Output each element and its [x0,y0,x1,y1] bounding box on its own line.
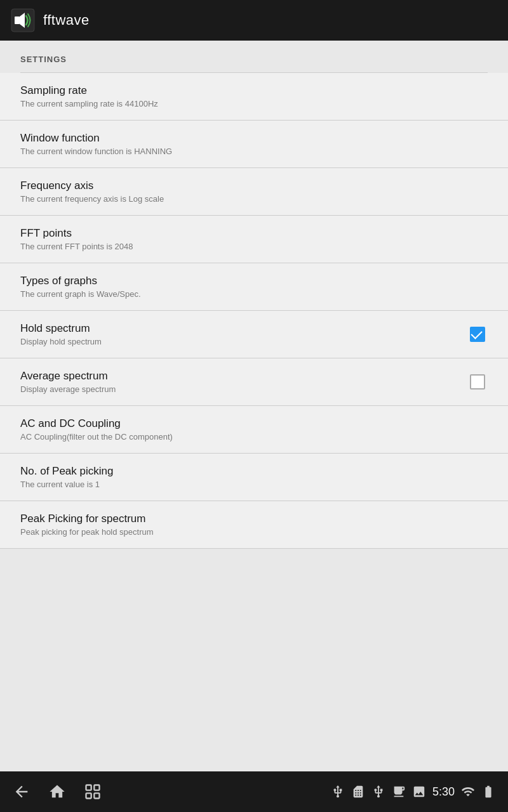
settings-item-subtitle-ac-dc-coupling: AC Coupling(filter out the DC component) [20,432,488,442]
settings-item-fft-points[interactable]: FFT pointsThe current FFT points is 2048 [0,216,508,263]
settings-item-subtitle-sampling-rate: The current sampling rate is 44100Hz [20,99,488,108]
news-icon [392,785,406,799]
app-bar: fftwave [0,0,508,41]
settings-item-subtitle-fft-points: The current FFT points is 2048 [20,242,488,251]
svg-rect-3 [86,785,91,790]
settings-item-text-ac-dc-coupling: AC and DC CouplingAC Coupling(filter out… [20,417,488,442]
settings-item-text-window-function: Window functionThe current window functi… [20,132,488,156]
settings-item-title-hold-spectrum: Hold spectrum [20,322,467,335]
settings-list: Sampling rateThe current sampling rate i… [0,73,508,549]
usb-icon [331,785,345,799]
settings-item-title-ac-dc-coupling: AC and DC Coupling [20,417,488,430]
settings-item-peak-picking-spectrum[interactable]: Peak Picking for spectrumPeak picking fo… [0,501,508,549]
settings-item-subtitle-window-function: The current window function is HANNING [20,147,488,156]
settings-item-text-fft-points: FFT pointsThe current FFT points is 2048 [20,227,488,251]
settings-item-subtitle-average-spectrum: Display average spectrum [20,384,467,394]
nav-left-buttons [13,783,102,801]
settings-item-average-spectrum[interactable]: Average spectrumDisplay average spectrum [0,358,508,406]
usb2-icon [371,785,385,799]
settings-item-subtitle-types-of-graphs: The current graph is Wave/Spec. [20,289,488,299]
settings-item-sampling-rate[interactable]: Sampling rateThe current sampling rate i… [0,73,508,121]
settings-item-text-hold-spectrum: Hold spectrumDisplay hold spectrum [20,322,467,346]
app-title: fftwave [43,12,90,29]
settings-item-ac-dc-coupling[interactable]: AC and DC CouplingAC Coupling(filter out… [0,406,508,454]
battery-icon [481,785,495,799]
settings-item-subtitle-hold-spectrum: Display hold spectrum [20,337,467,346]
checkbox-average-spectrum[interactable] [470,374,485,390]
photo-icon [412,785,426,799]
settings-item-title-frequency-axis: Frequency axis [20,180,488,192]
settings-item-title-sampling-rate: Sampling rate [20,84,488,97]
svg-rect-5 [86,793,91,798]
sim-icon [351,785,365,799]
settings-item-subtitle-frequency-axis: The current frequency axis is Log scale [20,194,488,204]
main-content: SETTINGS Sampling rateThe current sampli… [0,41,508,771]
settings-item-text-peak-picking-no: No. of Peak pickingThe current value is … [20,465,488,489]
nav-bar: 5:30 [0,771,508,812]
settings-item-title-types-of-graphs: Types of graphs [20,275,488,287]
settings-item-subtitle-peak-picking-spectrum: Peak picking for peak hold spectrum [20,527,488,537]
settings-item-text-sampling-rate: Sampling rateThe current sampling rate i… [20,84,488,108]
home-button[interactable] [48,783,66,801]
checkbox-container-average-spectrum[interactable] [467,372,488,392]
settings-item-text-average-spectrum: Average spectrumDisplay average spectrum [20,370,467,394]
settings-item-title-peak-picking-no: No. of Peak picking [20,465,488,478]
settings-item-types-of-graphs[interactable]: Types of graphsThe current graph is Wave… [0,263,508,311]
settings-item-peak-picking-no[interactable]: No. of Peak pickingThe current value is … [0,454,508,501]
checkbox-container-hold-spectrum[interactable] [467,324,488,344]
settings-item-title-window-function: Window function [20,132,488,145]
settings-item-subtitle-peak-picking-no: The current value is 1 [20,480,488,489]
app-icon [10,8,36,33]
settings-item-text-frequency-axis: Frequency axisThe current frequency axis… [20,180,488,204]
settings-item-title-peak-picking-spectrum: Peak Picking for spectrum [20,513,488,525]
settings-item-frequency-axis[interactable]: Frequency axisThe current frequency axis… [0,168,508,216]
settings-item-text-peak-picking-spectrum: Peak Picking for spectrumPeak picking fo… [20,513,488,537]
svg-rect-4 [94,785,99,790]
wifi-icon [461,785,475,799]
time-display: 5:30 [432,785,455,799]
settings-item-title-average-spectrum: Average spectrum [20,370,467,383]
svg-rect-6 [94,793,99,798]
settings-item-title-fft-points: FFT points [20,227,488,240]
nav-right-icons: 5:30 [331,785,495,799]
settings-header: SETTINGS [0,41,508,72]
checkbox-hold-spectrum[interactable] [470,327,485,342]
back-button[interactable] [13,783,30,801]
settings-item-text-types-of-graphs: Types of graphsThe current graph is Wave… [20,275,488,299]
svg-rect-1 [15,16,20,24]
settings-item-window-function[interactable]: Window functionThe current window functi… [0,121,508,168]
settings-item-hold-spectrum[interactable]: Hold spectrumDisplay hold spectrum [0,311,508,358]
recent-apps-button[interactable] [84,783,102,801]
settings-label: SETTINGS [20,55,67,64]
